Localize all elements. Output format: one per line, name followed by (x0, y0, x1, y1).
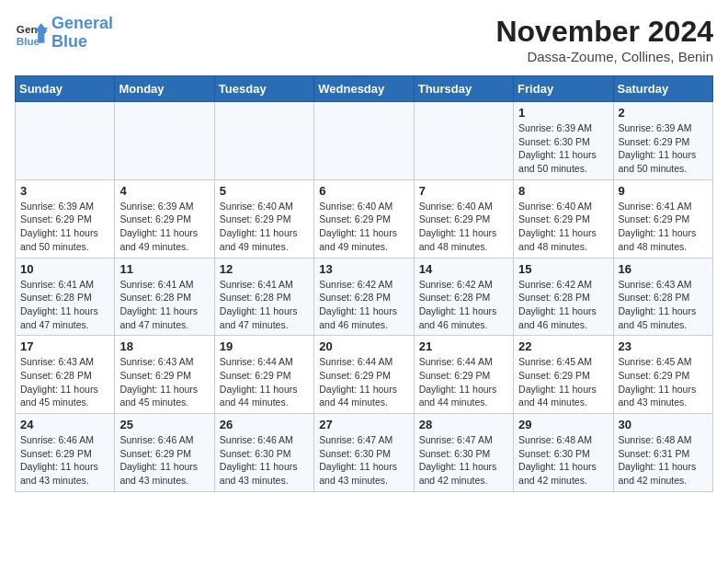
weekday-header-tuesday: Tuesday (214, 76, 313, 102)
day-info: Sunrise: 6:41 AM Sunset: 6:28 PM Dayligh… (119, 278, 209, 332)
day-info: Sunrise: 6:43 AM Sunset: 6:29 PM Dayligh… (119, 355, 209, 409)
calendar-cell (115, 102, 214, 180)
title-area: November 2024 Dassa-Zoume, Collines, Ben… (495, 15, 713, 64)
day-number: 23 (619, 339, 708, 353)
calendar-cell: 13Sunrise: 6:42 AM Sunset: 6:28 PM Dayli… (314, 258, 414, 336)
day-number: 24 (20, 418, 109, 431)
day-number: 14 (419, 262, 508, 276)
calendar-cell (414, 102, 513, 180)
day-info: Sunrise: 6:39 AM Sunset: 6:30 PM Dayligh… (518, 121, 608, 176)
day-number: 6 (319, 184, 408, 198)
weekday-header-row: SundayMondayTuesdayWednesdayThursdayFrid… (16, 76, 713, 102)
day-number: 15 (518, 262, 608, 276)
day-info: Sunrise: 6:46 AM Sunset: 6:30 PM Dayligh… (220, 433, 309, 488)
logo-icon: General Blue (15, 17, 48, 50)
day-info: Sunrise: 6:44 AM Sunset: 6:29 PM Dayligh… (220, 355, 309, 409)
calendar-cell: 12Sunrise: 6:41 AM Sunset: 6:28 PM Dayli… (214, 258, 313, 336)
day-info: Sunrise: 6:43 AM Sunset: 6:28 PM Dayligh… (619, 278, 708, 332)
calendar-cell: 18Sunrise: 6:43 AM Sunset: 6:29 PM Dayli… (115, 336, 214, 414)
calendar-cell (214, 102, 313, 180)
day-number: 3 (20, 184, 109, 198)
week-row-2: 3Sunrise: 6:39 AM Sunset: 6:29 PM Daylig… (16, 179, 713, 258)
logo-line2: Blue (51, 32, 87, 51)
logo: General Blue General Blue (15, 15, 113, 52)
day-number: 2 (619, 106, 708, 120)
day-number: 22 (518, 339, 608, 353)
day-number: 7 (419, 184, 508, 198)
calendar-cell: 25Sunrise: 6:46 AM Sunset: 6:29 PM Dayli… (115, 414, 214, 492)
day-info: Sunrise: 6:46 AM Sunset: 6:29 PM Dayligh… (20, 433, 109, 488)
calendar-cell: 5Sunrise: 6:40 AM Sunset: 6:29 PM Daylig… (214, 179, 313, 258)
day-info: Sunrise: 6:39 AM Sunset: 6:29 PM Dayligh… (119, 200, 209, 254)
calendar-cell: 16Sunrise: 6:43 AM Sunset: 6:28 PM Dayli… (613, 258, 712, 336)
day-number: 27 (319, 418, 408, 431)
day-number: 4 (119, 184, 209, 198)
calendar-cell: 26Sunrise: 6:46 AM Sunset: 6:30 PM Dayli… (214, 414, 313, 492)
logo-line1: General (51, 14, 113, 32)
weekday-header-friday: Friday (514, 76, 613, 102)
weekday-header-monday: Monday (115, 76, 214, 102)
day-number: 28 (419, 418, 508, 431)
day-info: Sunrise: 6:40 AM Sunset: 6:29 PM Dayligh… (220, 200, 309, 254)
day-info: Sunrise: 6:42 AM Sunset: 6:28 PM Dayligh… (518, 278, 608, 332)
day-number: 1 (518, 106, 608, 120)
day-info: Sunrise: 6:44 AM Sunset: 6:29 PM Dayligh… (419, 355, 508, 409)
day-number: 16 (619, 262, 708, 276)
day-info: Sunrise: 6:47 AM Sunset: 6:30 PM Dayligh… (419, 433, 508, 488)
weekday-header-sunday: Sunday (16, 76, 115, 102)
calendar-cell: 24Sunrise: 6:46 AM Sunset: 6:29 PM Dayli… (16, 414, 115, 492)
day-info: Sunrise: 6:45 AM Sunset: 6:29 PM Dayligh… (518, 355, 608, 409)
calendar-cell: 28Sunrise: 6:47 AM Sunset: 6:30 PM Dayli… (414, 414, 513, 492)
day-info: Sunrise: 6:43 AM Sunset: 6:28 PM Dayligh… (20, 355, 109, 409)
day-number: 21 (419, 339, 508, 353)
calendar-table: SundayMondayTuesdayWednesdayThursdayFrid… (15, 75, 713, 492)
calendar-cell: 3Sunrise: 6:39 AM Sunset: 6:29 PM Daylig… (16, 179, 115, 258)
week-row-5: 24Sunrise: 6:46 AM Sunset: 6:29 PM Dayli… (16, 414, 713, 492)
day-info: Sunrise: 6:39 AM Sunset: 6:29 PM Dayligh… (20, 200, 109, 254)
day-info: Sunrise: 6:48 AM Sunset: 6:30 PM Dayligh… (518, 433, 608, 488)
weekday-header-saturday: Saturday (613, 76, 712, 102)
day-info: Sunrise: 6:44 AM Sunset: 6:29 PM Dayligh… (319, 355, 408, 409)
calendar-cell: 23Sunrise: 6:45 AM Sunset: 6:29 PM Dayli… (613, 336, 712, 414)
week-row-1: 1Sunrise: 6:39 AM Sunset: 6:30 PM Daylig… (16, 102, 713, 180)
day-info: Sunrise: 6:39 AM Sunset: 6:29 PM Dayligh… (619, 121, 708, 176)
day-number: 18 (119, 339, 209, 353)
calendar-cell: 17Sunrise: 6:43 AM Sunset: 6:28 PM Dayli… (16, 336, 115, 414)
calendar-cell: 10Sunrise: 6:41 AM Sunset: 6:28 PM Dayli… (16, 258, 115, 336)
day-number: 25 (119, 418, 209, 431)
week-row-3: 10Sunrise: 6:41 AM Sunset: 6:28 PM Dayli… (16, 258, 713, 336)
day-number: 20 (319, 339, 408, 353)
calendar-cell: 29Sunrise: 6:48 AM Sunset: 6:30 PM Dayli… (514, 414, 613, 492)
calendar-cell: 4Sunrise: 6:39 AM Sunset: 6:29 PM Daylig… (115, 179, 214, 258)
day-info: Sunrise: 6:42 AM Sunset: 6:28 PM Dayligh… (319, 278, 408, 332)
day-number: 10 (20, 262, 109, 276)
day-info: Sunrise: 6:41 AM Sunset: 6:29 PM Dayligh… (619, 200, 708, 254)
day-info: Sunrise: 6:40 AM Sunset: 6:29 PM Dayligh… (319, 200, 408, 254)
svg-text:Blue: Blue (17, 34, 40, 46)
subtitle: Dassa-Zoume, Collines, Benin (495, 49, 713, 64)
day-number: 12 (220, 262, 309, 276)
calendar-cell: 14Sunrise: 6:42 AM Sunset: 6:28 PM Dayli… (414, 258, 513, 336)
day-info: Sunrise: 6:40 AM Sunset: 6:29 PM Dayligh… (419, 200, 508, 254)
calendar-cell: 22Sunrise: 6:45 AM Sunset: 6:29 PM Dayli… (514, 336, 613, 414)
week-row-4: 17Sunrise: 6:43 AM Sunset: 6:28 PM Dayli… (16, 336, 713, 414)
day-info: Sunrise: 6:40 AM Sunset: 6:29 PM Dayligh… (518, 200, 608, 254)
calendar-cell: 15Sunrise: 6:42 AM Sunset: 6:28 PM Dayli… (514, 258, 613, 336)
day-number: 11 (119, 262, 209, 276)
calendar-cell: 19Sunrise: 6:44 AM Sunset: 6:29 PM Dayli… (214, 336, 313, 414)
day-number: 29 (518, 418, 608, 431)
day-info: Sunrise: 6:41 AM Sunset: 6:28 PM Dayligh… (220, 278, 309, 332)
weekday-header-thursday: Thursday (414, 76, 513, 102)
day-info: Sunrise: 6:47 AM Sunset: 6:30 PM Dayligh… (319, 433, 408, 488)
logo-text: General Blue (51, 15, 113, 52)
calendar-cell: 2Sunrise: 6:39 AM Sunset: 6:29 PM Daylig… (613, 102, 712, 180)
calendar-cell: 27Sunrise: 6:47 AM Sunset: 6:30 PM Dayli… (314, 414, 414, 492)
calendar-cell: 21Sunrise: 6:44 AM Sunset: 6:29 PM Dayli… (414, 336, 513, 414)
calendar-cell: 1Sunrise: 6:39 AM Sunset: 6:30 PM Daylig… (514, 102, 613, 180)
day-number: 5 (220, 184, 309, 198)
day-number: 19 (220, 339, 309, 353)
day-info: Sunrise: 6:42 AM Sunset: 6:28 PM Dayligh… (419, 278, 508, 332)
day-number: 26 (220, 418, 309, 431)
month-title: November 2024 (495, 15, 713, 49)
day-info: Sunrise: 6:46 AM Sunset: 6:29 PM Dayligh… (119, 433, 209, 488)
